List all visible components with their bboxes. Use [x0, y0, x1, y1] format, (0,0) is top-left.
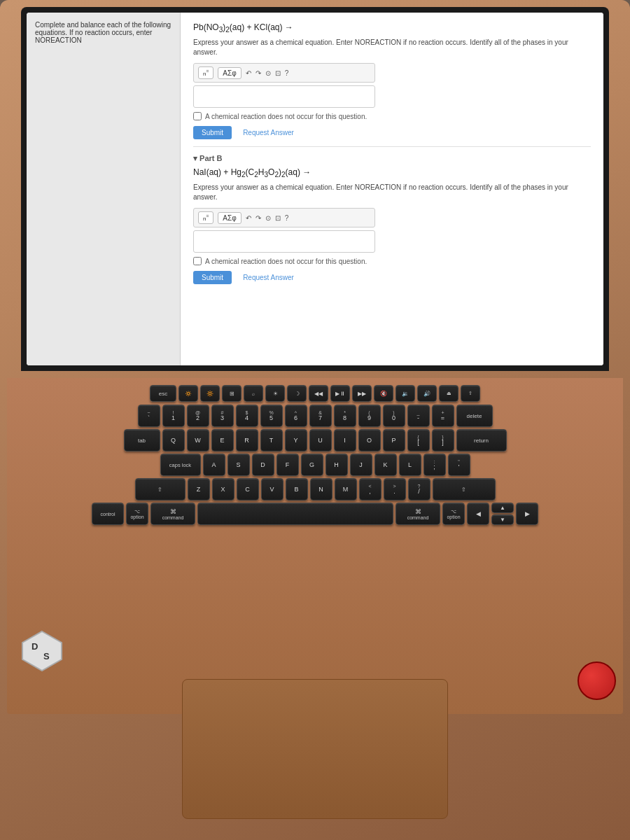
key-j[interactable]: J	[350, 454, 372, 476]
key-minus[interactable]: _ -	[407, 405, 430, 427]
key-f8[interactable]: ▶⏸	[330, 385, 350, 402]
view-icon-a[interactable]: ⊡	[275, 69, 281, 77]
key-rbracket[interactable]: } ]	[432, 429, 454, 451]
key-9[interactable]: ( 9	[358, 405, 381, 427]
key-4[interactable]: $ 4	[236, 405, 258, 427]
key-f12[interactable]: 🔊	[417, 385, 437, 402]
key-r[interactable]: R	[236, 429, 258, 451]
key-tab[interactable]: tab	[124, 429, 160, 451]
key-g[interactable]: G	[301, 454, 323, 476]
reset-icon-b[interactable]: ⊙	[265, 214, 271, 222]
key-f9[interactable]: ▶▶	[352, 385, 372, 402]
key-comma[interactable]: < ,	[359, 478, 382, 500]
key-x[interactable]: X	[212, 478, 234, 500]
key-t[interactable]: T	[260, 429, 283, 451]
key-f[interactable]: F	[276, 454, 299, 476]
redo-icon-b[interactable]: ↷	[255, 214, 261, 222]
key-command-left[interactable]: ⌘ command	[150, 503, 195, 525]
key-v[interactable]: V	[261, 478, 284, 500]
key-f1[interactable]: 🔅	[178, 385, 198, 402]
key-slash[interactable]: ? /	[408, 478, 430, 500]
key-o[interactable]: O	[358, 429, 381, 451]
key-f4[interactable]: ⌕	[244, 385, 263, 402]
key-arrow-left[interactable]: ◀	[467, 503, 489, 525]
view-icon-b[interactable]: ⊡	[275, 214, 281, 222]
key-option-right[interactable]: ⌥ option	[442, 503, 465, 525]
key-arrow-right[interactable]: ▶	[516, 503, 538, 525]
key-s[interactable]: S	[227, 454, 250, 476]
key-command-right[interactable]: ⌘ command	[396, 503, 440, 525]
key-h[interactable]: H	[326, 454, 348, 476]
key-q[interactable]: Q	[162, 429, 185, 451]
key-3[interactable]: # 3	[211, 405, 234, 427]
aef-btn-b[interactable]: ΑΣφ	[218, 212, 241, 224]
key-shift-right[interactable]: ⇧	[433, 478, 496, 500]
key-delete[interactable]: delete	[456, 405, 493, 427]
key-i[interactable]: I	[334, 429, 356, 451]
key-2[interactable]: @ 2	[187, 405, 209, 427]
key-period[interactable]: > .	[384, 478, 406, 500]
key-lbracket[interactable]: { [	[407, 429, 430, 451]
key-d[interactable]: D	[252, 454, 274, 476]
no-reaction-checkbox-b[interactable]	[193, 257, 202, 265]
no-reaction-checkbox-a[interactable]	[193, 112, 202, 120]
key-f5[interactable]: ☀	[265, 385, 285, 402]
math-input-b[interactable]	[193, 230, 375, 253]
key-0[interactable]: ) 0	[383, 405, 405, 427]
key-f10[interactable]: 🔇	[374, 385, 393, 402]
submit-btn-a[interactable]: Submit	[193, 126, 232, 139]
key-capslock[interactable]: caps lock	[160, 454, 201, 476]
key-u[interactable]: U	[309, 429, 332, 451]
key-6[interactable]: ^ 6	[285, 405, 307, 427]
key-f6[interactable]: ☽	[287, 385, 307, 402]
matrix-btn-b[interactable]: n=	[198, 211, 214, 224]
key-y[interactable]: Y	[285, 429, 307, 451]
key-7[interactable]: & 7	[309, 405, 332, 427]
undo-icon-b[interactable]: ↶	[246, 214, 251, 222]
aef-btn-a[interactable]: ΑΣφ	[218, 67, 241, 79]
key-b[interactable]: B	[286, 478, 308, 500]
key-m[interactable]: M	[335, 478, 357, 500]
key-semicolon[interactable]: : ;	[424, 454, 446, 476]
key-l[interactable]: L	[399, 454, 421, 476]
key-space[interactable]	[197, 503, 393, 525]
help-icon-a[interactable]: ?	[285, 69, 289, 77]
key-equals[interactable]: + =	[432, 405, 454, 427]
key-w[interactable]: W	[187, 429, 209, 451]
key-f7[interactable]: ◀◀	[309, 385, 328, 402]
key-1[interactable]: ! 1	[162, 405, 185, 427]
key-control[interactable]: control	[92, 503, 124, 525]
key-c[interactable]: C	[237, 478, 259, 500]
request-answer-a[interactable]: Request Answer	[243, 129, 294, 136]
key-f2[interactable]: 🔆	[200, 385, 220, 402]
math-input-a[interactable]	[193, 85, 375, 108]
redo-icon-a[interactable]: ↷	[255, 69, 261, 77]
key-a[interactable]: A	[203, 454, 225, 476]
key-k[interactable]: K	[374, 454, 397, 476]
key-n[interactable]: N	[310, 478, 332, 500]
key-5[interactable]: % 5	[260, 405, 283, 427]
key-f13[interactable]: ⏏	[439, 385, 458, 402]
key-arrow-up[interactable]: ▲	[491, 503, 514, 513]
touchpad[interactable]	[182, 679, 448, 819]
key-p[interactable]: P	[383, 429, 405, 451]
key-quote[interactable]: " '	[448, 454, 470, 476]
key-e[interactable]: E	[211, 429, 234, 451]
key-z[interactable]: Z	[188, 478, 210, 500]
help-icon-b[interactable]: ?	[285, 214, 289, 222]
undo-icon-a[interactable]: ↶	[246, 69, 251, 77]
reset-icon-a[interactable]: ⊙	[265, 69, 271, 77]
submit-btn-b[interactable]: Submit	[193, 271, 232, 284]
key-esc[interactable]: esc	[150, 385, 176, 402]
key-f3[interactable]: ⊞	[222, 385, 241, 402]
key-backtick[interactable]: ~ `	[138, 405, 160, 427]
matrix-btn-a[interactable]: n=	[198, 66, 214, 79]
key-shift-left[interactable]: ⇧	[135, 478, 186, 500]
key-arrow-down[interactable]: ▼	[491, 514, 514, 525]
key-f14[interactable]: ⇧	[461, 385, 480, 402]
key-fn[interactable]: ⌥ option	[126, 503, 148, 525]
request-answer-b[interactable]: Request Answer	[243, 274, 294, 281]
key-f11[interactable]: 🔉	[396, 385, 415, 402]
key-return[interactable]: return	[456, 429, 507, 451]
key-8[interactable]: * 8	[334, 405, 356, 427]
